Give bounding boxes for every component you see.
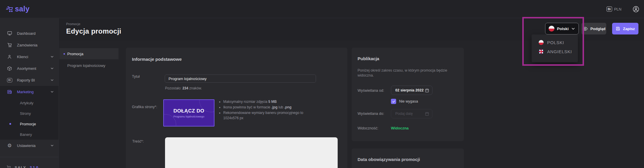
banner-subtitle: Programu lojalnościowego [174,115,205,118]
sidebar-divider [0,157,59,157]
chevron-down-icon [50,67,54,70]
cart-icon [6,42,13,48]
sidebar-item-orders[interactable]: Zamówienia [0,39,59,51]
subitem-label: Artykuły [20,101,33,105]
preview-button[interactable]: Podgląd [581,23,606,34]
sidebar-item-label: Asortyment [17,66,36,71]
requirement-item: Ikona powinna być w formacie .jpg lub .p… [223,105,311,110]
save-button[interactable]: Zapisz [612,23,638,34]
visibility-status: Widoczna [391,126,409,130]
promo-validity-card: Data obowiązywania promocji [352,148,464,168]
article-icon [6,89,13,94]
chevron-down-icon [50,144,54,147]
currency-selector[interactable]: Bi PLN [607,6,621,12]
promo-banner-image[interactable]: DOŁĄCZ DO Programu lojalnościowego [163,99,214,127]
sidebar-subitem-articles[interactable]: Artykuły [0,98,59,108]
publication-card: Publikacja Poniżej określ zakres czasu, … [352,48,464,141]
requirement-item: Rekomendowane wymiary baneru promocyjneg… [223,110,311,121]
gear-icon: ⚙ [6,143,13,149]
tab-label: Promocja [67,52,83,56]
language-dropdown-button[interactable]: Polski [545,23,579,34]
to-date-label: Wyświetlana do: [358,112,384,116]
version-name: SALY [15,165,26,168]
title-input[interactable] [165,75,316,83]
image-requirements-list: Maksymalny rozmiar zdjęcia 5 MB Ikona po… [223,99,311,121]
monitor-icon [6,31,13,36]
sidebar-subitem-pages[interactable]: Strony [0,108,59,119]
calendar-icon [425,112,429,116]
graphic-field-label: Grafika strony*: [132,105,157,109]
tab-loyalty-program[interactable]: Program lojalnościowy [59,59,119,72]
requirement-item: Maksymalny rozmiar zdjęcia 5 MB [223,99,311,104]
never-expires-label: Nie wygasa [399,99,418,103]
sidebar: Dashboard Zamówienia Klienci [0,18,59,168]
active-dot [9,123,11,125]
topbar-right: Bi PLN [607,0,639,18]
cart-logo-icon [6,6,14,13]
title-field-label: Tytuł [132,75,140,79]
subitem-label: Strony [20,111,31,116]
logo-text: saly [15,5,30,13]
tab-label: Program lojalnościowy [67,63,105,68]
sidebar-item-dashboard[interactable]: Dashboard [0,27,59,39]
promotion-tabs: Promocja Program lojalnościowy [59,48,119,72]
checkbox-checked-icon[interactable] [391,99,396,104]
publication-title: Publikacja [358,56,379,61]
basic-info-card: Informacje podstawowe Tytuł Pozostało: 2… [126,48,347,168]
characters-remaining: Pozostało: 234 znaków. [165,86,202,90]
app-logo[interactable]: saly [6,5,30,13]
sidebar-marketing-section: Marketing Artykuły Strony Promocje Baner… [0,86,59,140]
sidebar-item-label: Dashboard [17,31,36,36]
chevron-down-icon [571,27,575,31]
bi-icon: Bi [6,78,13,82]
subitem-label: Banery [20,132,32,137]
content-editor[interactable] [165,137,338,168]
user-icon [6,54,13,59]
sidebar-item-reports-bi[interactable]: Bi Raporty BI [0,74,59,86]
sidebar-item-label: Ustawienia [17,143,36,148]
cart-icon [6,165,11,168]
version-number: 2.1.0 [30,165,38,168]
sidebar-subitem-banners[interactable]: Banery [0,129,59,140]
sidebar-item-settings[interactable]: ⚙ Ustawienia [0,140,59,151]
sidebar-item-assortment[interactable]: Asortyment [0,63,59,74]
language-dropdown-menu: POLSKI ANGIELSKI [532,34,578,62]
publication-description: Poniżej określ zakres czasu, w którym pr… [358,68,456,78]
uk-flag-icon [539,49,544,54]
validity-title: Data obowiązywania promocji [358,157,420,162]
active-dot [63,53,65,55]
tab-promotion[interactable]: Promocja [59,48,119,59]
visibility-label: Widoczność: [358,126,378,130]
sidebar-item-label: Klienci [17,55,28,59]
chevron-down-icon [50,90,54,93]
language-option-english[interactable]: ANGIELSKI [532,47,578,56]
chevron-down-icon [50,55,54,58]
sidebar-item-label: Raporty BI [17,78,35,82]
selected-language: Polski [557,27,569,31]
language-option-polish[interactable]: POLSKI [532,38,578,47]
chevron-down-icon [50,78,54,82]
app-window: saly Bi PLN Dashboard [0,0,644,168]
subitem-label: Promocje [20,122,36,126]
poland-flag-icon [549,26,554,32]
eye-icon [582,26,588,32]
sidebar-item-clients[interactable]: Klienci [0,51,59,63]
from-date-input[interactable]: 02 sierpnia 2022 [391,86,432,95]
box-icon [6,66,13,71]
from-date-label: Wyświetlana od: [358,89,384,93]
sidebar-item-marketing[interactable]: Marketing [0,86,59,98]
poland-flag-icon [539,40,544,45]
topbar: saly Bi PLN [0,0,644,18]
currency-icon: Bi [607,6,612,12]
save-label: Zapisz [623,27,635,31]
calendar-icon [425,88,429,93]
never-expires-checkbox-row[interactable]: Nie wygasa [391,99,418,104]
to-date-input[interactable]: Podaj datę [391,109,432,118]
content-field-label: Treść*: [132,139,144,143]
sidebar-item-label: Zamówienia [17,43,37,47]
sidebar-subitem-promotions[interactable]: Promocje [0,119,59,129]
app-version: SALY 2.1.0 [6,165,38,168]
account-icon[interactable] [633,6,639,13]
section-title: Informacje podstawowe [132,57,182,62]
sidebar-item-label: Marketing [17,90,34,94]
